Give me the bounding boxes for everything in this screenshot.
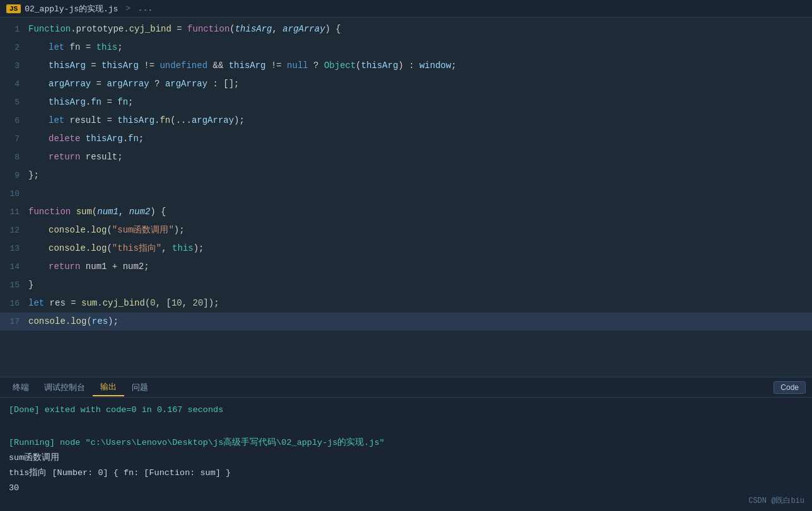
code-line-4: 4 argArray = argArray ? argArray : [];: [0, 75, 812, 93]
tab-output[interactable]: 输出: [93, 379, 124, 396]
line-content-3: thisArg = thisArg != undefined && thisAr…: [28, 57, 812, 74]
code-area: 1 Function.prototype.cyj_bind = function…: [0, 18, 812, 377]
terminal-sum-text: sum函数调用: [9, 453, 59, 462]
code-line-13: 13 console.log("this指向", this);: [0, 239, 812, 258]
code-line-16: 16 let res = sum.cyj_bind(0, [10, 20]);: [0, 294, 812, 313]
code-lines: 1 Function.prototype.cyj_bind = function…: [0, 18, 812, 333]
terminal-line-1: [Done] exited with code=0 in 0.167 secon…: [9, 403, 803, 418]
line-num-4: 4: [0, 76, 28, 93]
terminal-tabs: 终端 调试控制台 输出 问题 Code: [0, 377, 812, 398]
code-line-1: 1 Function.prototype.cyj_bind = function…: [0, 20, 812, 38]
line-content-10: [28, 185, 812, 202]
terminal-area: 终端 调试控制台 输出 问题 Code [Done] exited with c…: [0, 377, 812, 511]
terminal-line-3: [Running] node "c:\Users\Lenovo\Desktop\…: [9, 435, 803, 451]
terminal-line-5: this指向 [Number: 0] { fn: [Function: sum]…: [9, 466, 803, 481]
js-badge: JS: [6, 4, 21, 13]
terminal-running-text: [Running] node "c:\Users\Lenovo\Desktop\…: [9, 438, 385, 447]
code-line-2: 2 let fn = this;: [0, 38, 812, 57]
line-num-17: 17: [0, 313, 28, 331]
line-content-4: argArray = argArray ? argArray : [];: [28, 75, 812, 93]
tab-debug[interactable]: 调试控制台: [37, 379, 93, 396]
code-line-17: 17 console.log(res);: [0, 313, 812, 331]
top-bar: JS 02_apply-js的实现.js > ...: [0, 0, 812, 18]
code-line-12: 12 console.log("sum函数调用");: [0, 221, 812, 239]
line-num-12: 12: [0, 222, 28, 239]
terminal-result-text: 30: [9, 483, 19, 493]
line-num-6: 6: [0, 112, 28, 130]
line-num-15: 15: [0, 277, 28, 294]
watermark: CSDN @既白biu: [748, 495, 804, 506]
line-num-5: 5: [0, 94, 28, 112]
line-content-11: function sum(num1, num2) {: [28, 203, 812, 221]
line-num-13: 13: [0, 240, 28, 258]
terminal-line-6: 30: [9, 481, 803, 496]
line-num-8: 8: [0, 149, 28, 166]
code-line-3: 3 thisArg = thisArg != undefined && this…: [0, 57, 812, 75]
line-content-16: let res = sum.cyj_bind(0, [10, 20]);: [28, 294, 812, 312]
terminal-line-4: sum函数调用: [9, 451, 803, 466]
code-line-7: 7 delete thisArg.fn;: [0, 130, 812, 148]
line-content-2: let fn = this;: [28, 38, 812, 56]
code-line-15: 15 }: [0, 276, 812, 294]
terminal-empty-line: [9, 418, 803, 435]
line-content-13: console.log("this指向", this);: [28, 239, 812, 257]
code-line-8: 8 return result;: [0, 148, 812, 166]
terminal-content: [Done] exited with code=0 in 0.167 secon…: [0, 398, 812, 511]
line-num-16: 16: [0, 295, 28, 313]
line-content-9: };: [28, 166, 812, 184]
line-num-9: 9: [0, 167, 28, 185]
separator: >: [120, 4, 135, 13]
code-line-5: 5 thisArg.fn = fn;: [0, 93, 812, 112]
line-content-8: return result;: [28, 148, 812, 166]
code-button[interactable]: Code: [774, 381, 806, 394]
line-content-12: console.log("sum函数调用");: [28, 221, 812, 239]
line-content-14: return num1 + num2;: [28, 258, 812, 275]
line-content-17: console.log(res);: [28, 313, 812, 330]
line-num-10: 10: [0, 185, 28, 203]
code-line-6: 6 let result = thisArg.fn(...argArray);: [0, 112, 812, 130]
code-line-14: 14 return num1 + num2;: [0, 258, 812, 276]
line-content-15: }: [28, 276, 812, 294]
line-num-1: 1: [0, 21, 28, 38]
code-line-9: 9 };: [0, 166, 812, 185]
line-num-14: 14: [0, 258, 28, 276]
code-line-10: 10: [0, 185, 812, 203]
code-line-11: 11 function sum(num1, num2) {: [0, 203, 812, 221]
line-content-5: thisArg.fn = fn;: [28, 93, 812, 111]
tab-problems[interactable]: 问题: [124, 379, 156, 396]
line-num-11: 11: [0, 204, 28, 221]
line-num-2: 2: [0, 39, 28, 57]
line-content-7: delete thisArg.fn;: [28, 130, 812, 147]
tab-terminal[interactable]: 终端: [5, 379, 37, 396]
line-num-3: 3: [0, 57, 28, 75]
breadcrumb-more: ...: [138, 4, 153, 13]
line-content-6: let result = thisArg.fn(...argArray);: [28, 112, 812, 129]
line-content-1: Function.prototype.cyj_bind = function(t…: [28, 20, 812, 38]
terminal-this-text: this指向 [Number: 0] { fn: [Function: sum]…: [9, 468, 231, 478]
terminal-done-text: [Done] exited with code=0 in 0.167 secon…: [9, 405, 223, 415]
line-num-7: 7: [0, 130, 28, 148]
filename: 02_apply-js的实现.js: [25, 3, 118, 14]
